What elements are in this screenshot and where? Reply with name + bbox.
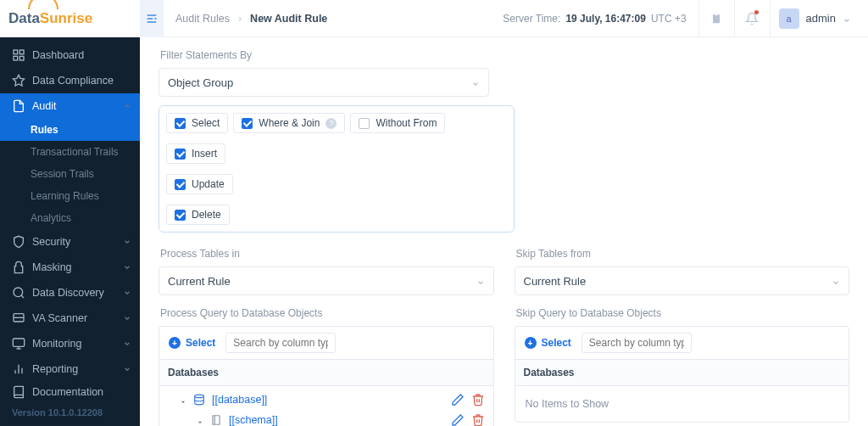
breadcrumb: Audit Rules › New Audit Rule xyxy=(175,13,327,25)
nav-data-compliance[interactable]: Data Compliance xyxy=(0,68,140,93)
chevron-down-icon xyxy=(123,238,131,246)
chevron-down-icon xyxy=(123,365,131,373)
delete-button[interactable] xyxy=(471,413,485,426)
chevron-down-icon xyxy=(123,314,131,322)
nav-audit-learning-rules[interactable]: Learning Rules xyxy=(0,185,140,207)
nav-audit-analytics[interactable]: Analytics xyxy=(0,207,140,229)
nav-audit-session-trails[interactable]: Session Trails xyxy=(0,163,140,185)
checkbox-icon xyxy=(175,210,186,221)
notifications-button[interactable] xyxy=(735,0,771,37)
breadcrumb-parent[interactable]: Audit Rules xyxy=(175,13,230,25)
topbar: Audit Rules › New Audit Rule Server Time… xyxy=(140,0,868,37)
delete-button[interactable] xyxy=(471,393,485,406)
chevron-down-icon xyxy=(832,277,840,285)
nav-documentation[interactable]: Documentation xyxy=(12,385,130,399)
schema-icon xyxy=(210,414,222,426)
scan-icon xyxy=(12,311,25,325)
caret-down-icon xyxy=(180,396,186,403)
process-tables-select[interactable]: Current Rule xyxy=(159,266,494,295)
nav-security[interactable]: Security xyxy=(0,229,140,255)
skip-query-search-input[interactable] xyxy=(581,333,692,353)
svg-rect-3 xyxy=(19,56,24,60)
nav-monitoring[interactable]: Monitoring xyxy=(0,331,140,356)
stmt-where-join-option[interactable]: Where & Join? xyxy=(233,113,345,133)
chart-icon xyxy=(12,362,25,376)
chevron-down-icon xyxy=(123,263,131,272)
skip-query-panel: +Select Databases No Items to Show xyxy=(515,326,850,423)
checkbox-icon xyxy=(175,118,186,129)
user-menu[interactable]: a admin xyxy=(771,8,858,29)
audit-icon xyxy=(12,99,25,113)
process-query-label: Process Query to Database Objects xyxy=(160,307,494,319)
edit-button[interactable] xyxy=(451,413,465,426)
plus-icon: + xyxy=(169,337,181,349)
nav-audit-transactional-trails[interactable]: Transactional Trails xyxy=(0,141,140,163)
svg-rect-1 xyxy=(19,50,24,54)
svg-rect-37 xyxy=(713,14,720,23)
svg-line-6 xyxy=(21,295,24,298)
search-icon xyxy=(12,286,25,300)
svg-rect-0 xyxy=(14,50,18,54)
chevron-up-icon xyxy=(123,102,131,110)
chevron-down-icon xyxy=(471,78,480,87)
brand-text-b: Sunrise xyxy=(40,10,92,27)
book-icon xyxy=(12,385,25,399)
stmt-insert-option[interactable]: Insert xyxy=(166,143,225,164)
clipboard-button[interactable] xyxy=(699,0,735,37)
statement-types-box: Select Where & Join? Without From Insert… xyxy=(159,105,515,233)
svg-rect-42 xyxy=(213,416,220,425)
content: Filter Statements By Object Group Select… xyxy=(140,37,868,426)
brand-text-a: Data xyxy=(8,10,40,27)
stmt-update-option[interactable]: Update xyxy=(166,174,233,194)
process-query-search-input[interactable] xyxy=(225,333,336,353)
svg-rect-9 xyxy=(13,339,24,346)
nav-dashboard[interactable]: Dashboard xyxy=(0,42,140,68)
sidebar-collapse-button[interactable] xyxy=(140,0,164,37)
skip-query-select-button[interactable]: +Select xyxy=(521,337,575,349)
checkbox-icon xyxy=(175,149,186,160)
sidebar: DataSunrise Dashboard Data Compliance Au… xyxy=(0,0,140,426)
nav: Dashboard Data Compliance Audit Rules Tr… xyxy=(0,37,140,378)
chevron-down-icon xyxy=(123,289,131,297)
chevron-right-icon: › xyxy=(238,13,242,25)
dashboard-icon xyxy=(12,48,25,62)
edit-button[interactable] xyxy=(451,393,465,406)
nav-audit[interactable]: Audit xyxy=(0,93,140,119)
avatar: a xyxy=(779,8,799,29)
database-icon xyxy=(193,394,205,406)
help-icon[interactable]: ? xyxy=(326,118,337,129)
brand-logo: DataSunrise xyxy=(0,0,140,37)
process-query-select-button[interactable]: +Select xyxy=(165,337,219,349)
svg-point-40 xyxy=(195,395,204,398)
tree-schema-row[interactable]: [[schema]] xyxy=(159,410,493,426)
shield-icon xyxy=(12,235,25,249)
nav-masking[interactable]: Masking xyxy=(0,255,140,280)
nav-data-discovery[interactable]: Data Discovery xyxy=(0,280,140,305)
process-query-header: Databases xyxy=(159,360,493,386)
svg-marker-39 xyxy=(181,401,185,404)
masking-icon xyxy=(12,261,25,274)
svg-rect-38 xyxy=(715,13,718,15)
compliance-icon xyxy=(12,74,25,87)
svg-point-5 xyxy=(14,288,23,297)
svg-rect-2 xyxy=(14,56,18,60)
chevron-down-icon xyxy=(476,277,485,285)
nav-reporting[interactable]: Reporting xyxy=(0,356,140,378)
svg-marker-4 xyxy=(13,75,24,86)
tree-database-row[interactable]: [[database]] xyxy=(159,390,493,410)
nav-va-scanner[interactable]: VA Scanner xyxy=(0,305,140,331)
stmt-select-option[interactable]: Select xyxy=(166,113,228,133)
filter-select[interactable]: Object Group xyxy=(159,68,489,97)
version-label: Version 10.1.0.12208 xyxy=(12,407,130,418)
user-name: admin xyxy=(806,12,836,25)
stmt-delete-option[interactable]: Delete xyxy=(166,205,230,225)
skip-tables-label: Skip Tables from xyxy=(516,248,850,260)
checkbox-icon xyxy=(242,118,253,129)
server-time: Server Time: 19 July, 16:47:09 UTC +3 xyxy=(491,0,698,37)
plus-icon: + xyxy=(525,337,537,349)
stmt-without-from-option[interactable]: Without From xyxy=(350,113,445,133)
nav-audit-rules[interactable]: Rules xyxy=(0,119,140,141)
skip-tables-select[interactable]: Current Rule xyxy=(515,266,850,295)
breadcrumb-current: New Audit Rule xyxy=(250,13,327,25)
notification-dot-icon xyxy=(754,10,759,14)
